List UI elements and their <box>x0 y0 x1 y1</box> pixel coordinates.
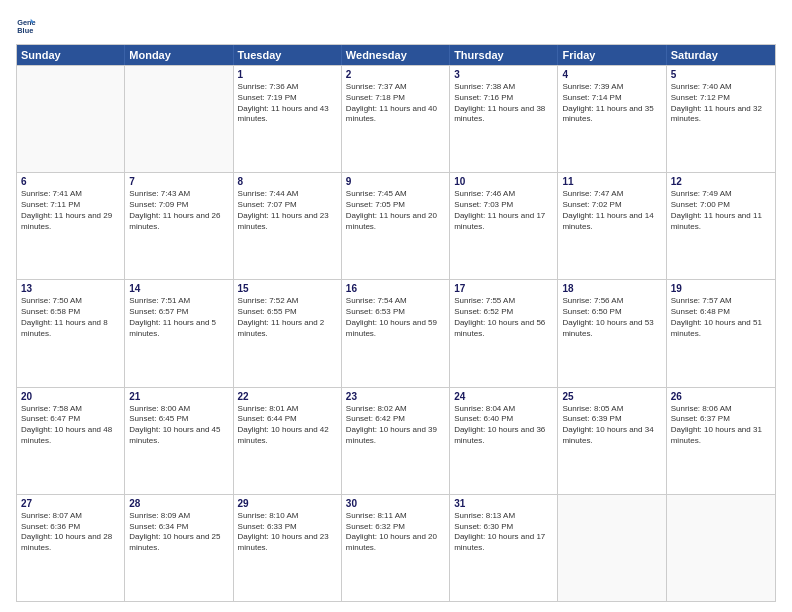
cell-info: Sunrise: 7:45 AM Sunset: 7:05 PM Dayligh… <box>346 189 445 232</box>
day-cell-13: 13Sunrise: 7:50 AM Sunset: 6:58 PM Dayli… <box>17 280 125 386</box>
day-cell-9: 9Sunrise: 7:45 AM Sunset: 7:05 PM Daylig… <box>342 173 450 279</box>
cell-info: Sunrise: 7:46 AM Sunset: 7:03 PM Dayligh… <box>454 189 553 232</box>
empty-cell <box>558 495 666 601</box>
day-number: 24 <box>454 391 553 402</box>
cell-info: Sunrise: 8:07 AM Sunset: 6:36 PM Dayligh… <box>21 511 120 554</box>
day-cell-29: 29Sunrise: 8:10 AM Sunset: 6:33 PM Dayli… <box>234 495 342 601</box>
day-cell-25: 25Sunrise: 8:05 AM Sunset: 6:39 PM Dayli… <box>558 388 666 494</box>
day-number: 18 <box>562 283 661 294</box>
calendar-row-3: 13Sunrise: 7:50 AM Sunset: 6:58 PM Dayli… <box>17 279 775 386</box>
day-number: 23 <box>346 391 445 402</box>
calendar-header: SundayMondayTuesdayWednesdayThursdayFrid… <box>17 45 775 65</box>
cell-info: Sunrise: 7:50 AM Sunset: 6:58 PM Dayligh… <box>21 296 120 339</box>
day-cell-16: 16Sunrise: 7:54 AM Sunset: 6:53 PM Dayli… <box>342 280 450 386</box>
day-cell-6: 6Sunrise: 7:41 AM Sunset: 7:11 PM Daylig… <box>17 173 125 279</box>
day-number: 17 <box>454 283 553 294</box>
calendar-row-5: 27Sunrise: 8:07 AM Sunset: 6:36 PM Dayli… <box>17 494 775 601</box>
cell-info: Sunrise: 8:05 AM Sunset: 6:39 PM Dayligh… <box>562 404 661 447</box>
day-cell-21: 21Sunrise: 8:00 AM Sunset: 6:45 PM Dayli… <box>125 388 233 494</box>
calendar-row-2: 6Sunrise: 7:41 AM Sunset: 7:11 PM Daylig… <box>17 172 775 279</box>
day-number: 4 <box>562 69 661 80</box>
day-number: 26 <box>671 391 771 402</box>
cell-info: Sunrise: 8:11 AM Sunset: 6:32 PM Dayligh… <box>346 511 445 554</box>
header-day-saturday: Saturday <box>667 45 775 65</box>
cell-info: Sunrise: 7:56 AM Sunset: 6:50 PM Dayligh… <box>562 296 661 339</box>
day-number: 13 <box>21 283 120 294</box>
day-cell-1: 1Sunrise: 7:36 AM Sunset: 7:19 PM Daylig… <box>234 66 342 172</box>
day-number: 30 <box>346 498 445 509</box>
logo-icon: General Blue <box>16 16 36 36</box>
day-number: 9 <box>346 176 445 187</box>
empty-cell <box>125 66 233 172</box>
day-number: 20 <box>21 391 120 402</box>
day-cell-30: 30Sunrise: 8:11 AM Sunset: 6:32 PM Dayli… <box>342 495 450 601</box>
cell-info: Sunrise: 7:55 AM Sunset: 6:52 PM Dayligh… <box>454 296 553 339</box>
day-number: 7 <box>129 176 228 187</box>
header-day-monday: Monday <box>125 45 233 65</box>
cell-info: Sunrise: 7:37 AM Sunset: 7:18 PM Dayligh… <box>346 82 445 125</box>
empty-cell <box>667 495 775 601</box>
day-number: 31 <box>454 498 553 509</box>
day-cell-20: 20Sunrise: 7:58 AM Sunset: 6:47 PM Dayli… <box>17 388 125 494</box>
day-number: 15 <box>238 283 337 294</box>
day-cell-24: 24Sunrise: 8:04 AM Sunset: 6:40 PM Dayli… <box>450 388 558 494</box>
cell-info: Sunrise: 8:01 AM Sunset: 6:44 PM Dayligh… <box>238 404 337 447</box>
cell-info: Sunrise: 7:43 AM Sunset: 7:09 PM Dayligh… <box>129 189 228 232</box>
cell-info: Sunrise: 7:41 AM Sunset: 7:11 PM Dayligh… <box>21 189 120 232</box>
cell-info: Sunrise: 7:51 AM Sunset: 6:57 PM Dayligh… <box>129 296 228 339</box>
calendar: SundayMondayTuesdayWednesdayThursdayFrid… <box>16 44 776 602</box>
day-cell-27: 27Sunrise: 8:07 AM Sunset: 6:36 PM Dayli… <box>17 495 125 601</box>
header-day-wednesday: Wednesday <box>342 45 450 65</box>
cell-info: Sunrise: 7:47 AM Sunset: 7:02 PM Dayligh… <box>562 189 661 232</box>
cell-info: Sunrise: 7:44 AM Sunset: 7:07 PM Dayligh… <box>238 189 337 232</box>
cell-info: Sunrise: 7:38 AM Sunset: 7:16 PM Dayligh… <box>454 82 553 125</box>
cell-info: Sunrise: 8:02 AM Sunset: 6:42 PM Dayligh… <box>346 404 445 447</box>
day-cell-14: 14Sunrise: 7:51 AM Sunset: 6:57 PM Dayli… <box>125 280 233 386</box>
header-day-tuesday: Tuesday <box>234 45 342 65</box>
day-cell-11: 11Sunrise: 7:47 AM Sunset: 7:02 PM Dayli… <box>558 173 666 279</box>
day-number: 11 <box>562 176 661 187</box>
day-number: 8 <box>238 176 337 187</box>
day-number: 10 <box>454 176 553 187</box>
header-day-thursday: Thursday <box>450 45 558 65</box>
cell-info: Sunrise: 7:54 AM Sunset: 6:53 PM Dayligh… <box>346 296 445 339</box>
day-number: 1 <box>238 69 337 80</box>
cell-info: Sunrise: 8:00 AM Sunset: 6:45 PM Dayligh… <box>129 404 228 447</box>
day-cell-12: 12Sunrise: 7:49 AM Sunset: 7:00 PM Dayli… <box>667 173 775 279</box>
day-number: 3 <box>454 69 553 80</box>
day-cell-15: 15Sunrise: 7:52 AM Sunset: 6:55 PM Dayli… <box>234 280 342 386</box>
day-number: 21 <box>129 391 228 402</box>
day-cell-31: 31Sunrise: 8:13 AM Sunset: 6:30 PM Dayli… <box>450 495 558 601</box>
cell-info: Sunrise: 7:36 AM Sunset: 7:19 PM Dayligh… <box>238 82 337 125</box>
calendar-row-4: 20Sunrise: 7:58 AM Sunset: 6:47 PM Dayli… <box>17 387 775 494</box>
cell-info: Sunrise: 8:10 AM Sunset: 6:33 PM Dayligh… <box>238 511 337 554</box>
cell-info: Sunrise: 8:13 AM Sunset: 6:30 PM Dayligh… <box>454 511 553 554</box>
day-cell-10: 10Sunrise: 7:46 AM Sunset: 7:03 PM Dayli… <box>450 173 558 279</box>
day-number: 22 <box>238 391 337 402</box>
day-number: 5 <box>671 69 771 80</box>
day-number: 19 <box>671 283 771 294</box>
day-number: 29 <box>238 498 337 509</box>
day-cell-28: 28Sunrise: 8:09 AM Sunset: 6:34 PM Dayli… <box>125 495 233 601</box>
day-cell-8: 8Sunrise: 7:44 AM Sunset: 7:07 PM Daylig… <box>234 173 342 279</box>
cell-info: Sunrise: 7:40 AM Sunset: 7:12 PM Dayligh… <box>671 82 771 125</box>
svg-text:Blue: Blue <box>17 26 33 35</box>
day-cell-2: 2Sunrise: 7:37 AM Sunset: 7:18 PM Daylig… <box>342 66 450 172</box>
day-cell-5: 5Sunrise: 7:40 AM Sunset: 7:12 PM Daylig… <box>667 66 775 172</box>
day-cell-18: 18Sunrise: 7:56 AM Sunset: 6:50 PM Dayli… <box>558 280 666 386</box>
day-number: 14 <box>129 283 228 294</box>
day-number: 25 <box>562 391 661 402</box>
day-cell-26: 26Sunrise: 8:06 AM Sunset: 6:37 PM Dayli… <box>667 388 775 494</box>
cell-info: Sunrise: 7:57 AM Sunset: 6:48 PM Dayligh… <box>671 296 771 339</box>
cell-info: Sunrise: 7:52 AM Sunset: 6:55 PM Dayligh… <box>238 296 337 339</box>
empty-cell <box>17 66 125 172</box>
logo: General Blue <box>16 16 40 36</box>
day-cell-17: 17Sunrise: 7:55 AM Sunset: 6:52 PM Dayli… <box>450 280 558 386</box>
day-cell-22: 22Sunrise: 8:01 AM Sunset: 6:44 PM Dayli… <box>234 388 342 494</box>
day-cell-3: 3Sunrise: 7:38 AM Sunset: 7:16 PM Daylig… <box>450 66 558 172</box>
cell-info: Sunrise: 7:49 AM Sunset: 7:00 PM Dayligh… <box>671 189 771 232</box>
day-cell-23: 23Sunrise: 8:02 AM Sunset: 6:42 PM Dayli… <box>342 388 450 494</box>
calendar-body: 1Sunrise: 7:36 AM Sunset: 7:19 PM Daylig… <box>17 65 775 601</box>
day-number: 28 <box>129 498 228 509</box>
day-number: 12 <box>671 176 771 187</box>
